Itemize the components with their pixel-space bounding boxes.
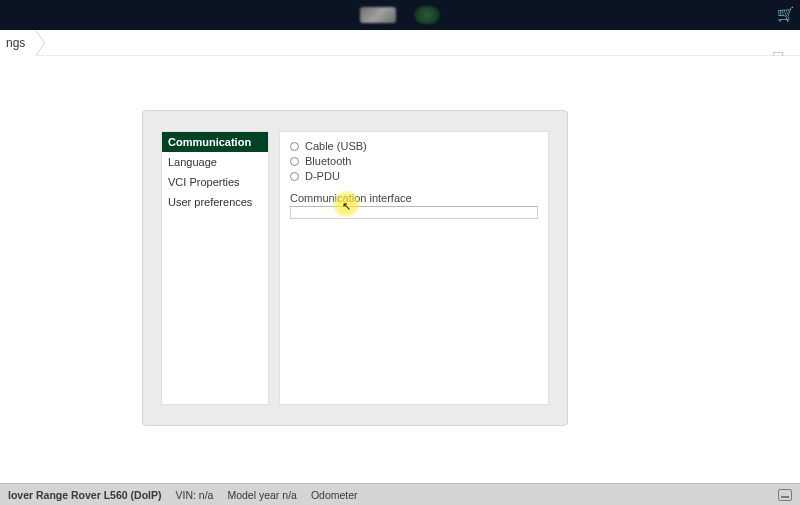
radio-label: D-PDU [305, 170, 340, 182]
cart-icon[interactable]: 🛒 [777, 6, 794, 22]
settings-panel: Communication Language VCI Properties Us… [142, 110, 568, 426]
status-vin: VIN: n/a [175, 489, 213, 501]
top-bar: 🛒 [0, 0, 800, 30]
radio-bluetooth[interactable]: Bluetooth [290, 155, 538, 167]
status-odometer: Odometer [311, 489, 358, 501]
device-icon[interactable] [778, 489, 792, 501]
breadcrumb-bar: ngs [0, 30, 800, 56]
radio-icon [290, 142, 299, 151]
status-bar: lover Range Rover L560 (DoIP) VIN: n/a M… [0, 483, 800, 505]
brand-logo-jaguar [360, 7, 396, 23]
radio-label: Cable (USB) [305, 140, 367, 152]
brand-logo-landrover [414, 6, 440, 24]
status-vehicle: lover Range Rover L560 (DoIP) [8, 489, 161, 501]
sidebar-item-communication[interactable]: Communication [162, 132, 268, 152]
radio-d-pdu[interactable]: D-PDU [290, 170, 538, 182]
communication-interface-label: Communication interface [290, 192, 538, 204]
breadcrumb[interactable]: ngs [0, 30, 35, 56]
radio-icon [290, 172, 299, 181]
communication-interface-input[interactable] [290, 206, 538, 219]
status-model-year: Model year n/a [227, 489, 296, 501]
sidebar-item-vci-properties[interactable]: VCI Properties [162, 172, 268, 192]
settings-content: Cable (USB) Bluetooth D-PDU Communicatio… [279, 131, 549, 405]
workspace: Communication Language VCI Properties Us… [0, 56, 800, 483]
sidebar-item-user-preferences[interactable]: User preferences [162, 192, 268, 212]
radio-cable-usb[interactable]: Cable (USB) [290, 140, 538, 152]
radio-label: Bluetooth [305, 155, 351, 167]
radio-icon [290, 157, 299, 166]
sidebar-item-language[interactable]: Language [162, 152, 268, 172]
settings-sidebar: Communication Language VCI Properties Us… [161, 131, 269, 405]
